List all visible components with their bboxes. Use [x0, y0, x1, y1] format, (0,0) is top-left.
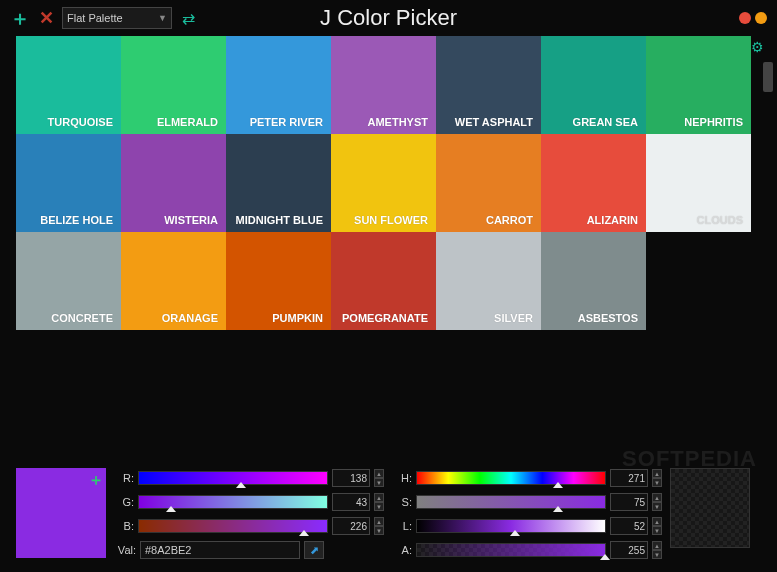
swatch-oranage[interactable]: ORANAGE	[121, 232, 226, 330]
b-slider[interactable]	[138, 519, 328, 533]
swatch-label: ASBESTOS	[578, 312, 638, 324]
swatch-concrete[interactable]: CONCRETE	[16, 232, 121, 330]
h-spinner[interactable]: ▲▼	[652, 469, 662, 487]
swatch-nephritis[interactable]: NEPHRITIS	[646, 36, 751, 134]
b-label: B:	[114, 520, 134, 532]
swatch-label: BELIZE HOLE	[40, 214, 113, 226]
swatch-alizarin[interactable]: ALIZARIN	[541, 134, 646, 232]
a-spinner[interactable]: ▲▼	[652, 541, 662, 559]
swatch-label: ORANAGE	[162, 312, 218, 324]
swatch-label: MIDNIGHT BLUE	[236, 214, 323, 226]
x-icon: ✕	[39, 7, 54, 29]
palette-grid: TURQUOISEELMERALDPETER RIVERAMETHYSTWET …	[16, 36, 751, 330]
swatch-wisteria[interactable]: WISTERIA	[121, 134, 226, 232]
swatch-wet-asphalt[interactable]: WET ASPHALT	[436, 36, 541, 134]
s-label: S:	[392, 496, 412, 508]
swatch-label: CONCRETE	[51, 312, 113, 324]
b-spinner[interactable]: ▲▼	[374, 517, 384, 535]
eyedropper-button[interactable]: ⬈	[304, 541, 324, 559]
a-slider[interactable]	[416, 543, 606, 557]
g-spinner[interactable]: ▲▼	[374, 493, 384, 511]
swatch-label: WET ASPHALT	[455, 116, 533, 128]
val-label: Val:	[114, 544, 136, 556]
r-input[interactable]	[332, 469, 370, 487]
remove-palette-button[interactable]: ✕	[36, 8, 56, 28]
g-slider[interactable]	[138, 495, 328, 509]
s-spinner[interactable]: ▲▼	[652, 493, 662, 511]
swatch-label: POMEGRANATE	[342, 312, 428, 324]
swatch-clouds[interactable]: CLOUDS	[646, 134, 751, 232]
g-label: G:	[114, 496, 134, 508]
a-input[interactable]	[610, 541, 648, 559]
h-slider[interactable]	[416, 471, 606, 485]
add-color-icon[interactable]: ＋	[88, 470, 104, 491]
r-spinner[interactable]: ▲▼	[374, 469, 384, 487]
h-input[interactable]	[610, 469, 648, 487]
swatch-turquoise[interactable]: TURQUOISE	[16, 36, 121, 134]
l-slider[interactable]	[416, 519, 606, 533]
a-label: A:	[392, 544, 412, 556]
swatch-peter-river[interactable]: PETER RIVER	[226, 36, 331, 134]
swatch-label: WISTERIA	[164, 214, 218, 226]
color-editor: ＋ R: G: B: Val: ⬈ ▲▼ ▲▼ ▲▼	[16, 468, 761, 560]
swatch-carrot[interactable]: CARROT	[436, 134, 541, 232]
swatch-pomegranate[interactable]: POMEGRANATE	[331, 232, 436, 330]
scrollbar-thumb[interactable]	[763, 62, 773, 92]
swatch-label: SUN FLOWER	[354, 214, 428, 226]
r-label: R:	[114, 472, 134, 484]
swatch-label: PETER RIVER	[250, 116, 323, 128]
swatch-amethyst[interactable]: AMETHYST	[331, 36, 436, 134]
swatch-belize-hole[interactable]: BELIZE HOLE	[16, 134, 121, 232]
s-input[interactable]	[610, 493, 648, 511]
swatch-asbestos[interactable]: ASBESTOS	[541, 232, 646, 330]
val-input[interactable]	[140, 541, 300, 559]
s-slider[interactable]	[416, 495, 606, 509]
swatch-label: PUMPKIN	[272, 312, 323, 324]
swatch-label: CLOUDS	[697, 214, 743, 226]
r-slider[interactable]	[138, 471, 328, 485]
sort-icon: ⇄	[182, 9, 195, 28]
b-input[interactable]	[332, 517, 370, 535]
h-label: H:	[392, 472, 412, 484]
eyedropper-icon: ⬈	[310, 544, 319, 557]
swatch-elmerald[interactable]: ELMERALD	[121, 36, 226, 134]
swatch-silver[interactable]: SILVER	[436, 232, 541, 330]
color-preview[interactable]: ＋	[16, 468, 106, 558]
l-label: L:	[392, 520, 412, 532]
swatch-label: ALIZARIN	[587, 214, 638, 226]
swatch-grean-sea[interactable]: GREAN SEA	[541, 36, 646, 134]
palette-select-label: Flat Palette	[67, 12, 123, 24]
sort-button[interactable]: ⇄	[178, 8, 198, 28]
swatch-midnight-blue[interactable]: MIDNIGHT BLUE	[226, 134, 331, 232]
swatch-label: CARROT	[486, 214, 533, 226]
l-spinner[interactable]: ▲▼	[652, 517, 662, 535]
swatch-label: AMETHYST	[368, 116, 429, 128]
swatch-pumpkin[interactable]: PUMPKIN	[226, 232, 331, 330]
swatch-sun-flower[interactable]: SUN FLOWER	[331, 134, 436, 232]
app-title: J Color Picker	[320, 5, 457, 31]
plus-icon: ＋	[10, 5, 30, 32]
close-window-button[interactable]	[739, 12, 751, 24]
swatch-label: ELMERALD	[157, 116, 218, 128]
swatch-label: TURQUOISE	[48, 116, 113, 128]
swatch-label: GREAN SEA	[573, 116, 638, 128]
gear-icon: ⚙	[751, 39, 764, 55]
minimize-window-button[interactable]	[755, 12, 767, 24]
chevron-down-icon: ▼	[158, 13, 167, 23]
swatch-label: NEPHRITIS	[684, 116, 743, 128]
palette-select[interactable]: Flat Palette ▼	[62, 7, 172, 29]
titlebar: ＋ ✕ Flat Palette ▼ ⇄ J Color Picker	[0, 0, 777, 36]
add-palette-button[interactable]: ＋	[10, 8, 30, 28]
l-input[interactable]	[610, 517, 648, 535]
swatch-label: SILVER	[494, 312, 533, 324]
transparency-preview	[670, 468, 750, 548]
g-input[interactable]	[332, 493, 370, 511]
